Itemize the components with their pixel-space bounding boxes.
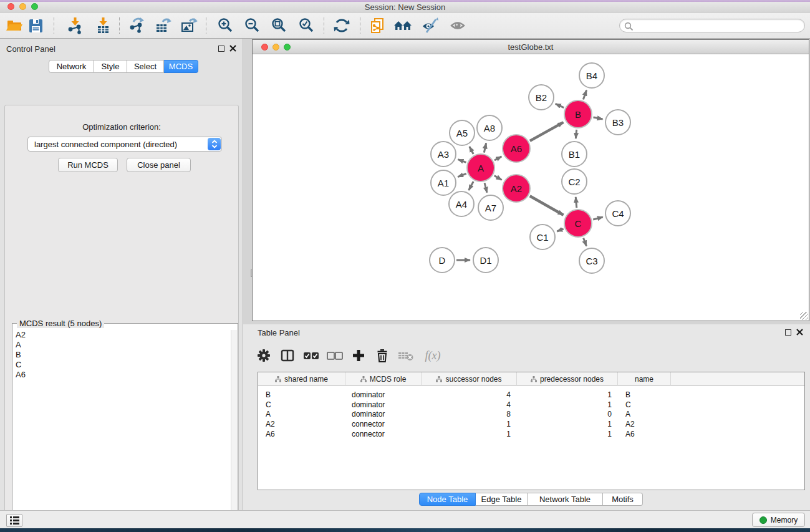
zoom-out-button[interactable]: [242, 16, 263, 35]
tab-select[interactable]: Select: [127, 60, 164, 73]
graph-node-A1[interactable]: A1: [430, 170, 456, 196]
export-network-button[interactable]: [125, 16, 147, 35]
graph-node-B[interactable]: B: [564, 100, 592, 128]
table-cell[interactable]: A: [618, 409, 671, 419]
table-cell[interactable]: A2: [618, 419, 671, 429]
zoom-selected-button[interactable]: [296, 16, 317, 35]
export-table-button[interactable]: [152, 16, 173, 35]
graph-node-A7[interactable]: A7: [478, 195, 504, 221]
table-cell[interactable]: B: [258, 390, 345, 400]
graph-node-A6[interactable]: A6: [502, 134, 531, 163]
column-header[interactable]: MCDS role: [345, 372, 422, 386]
refresh-button[interactable]: [331, 16, 352, 35]
close-panel-button[interactable]: Close panel: [127, 158, 191, 172]
tab-network[interactable]: Network: [49, 60, 94, 73]
network-window-titlebar[interactable]: testGlobe.txt: [253, 40, 809, 54]
graph-node-C1[interactable]: C1: [529, 224, 556, 250]
result-item[interactable]: A: [13, 340, 231, 350]
float-panel-icon[interactable]: [785, 329, 791, 336]
graph-node-C[interactable]: C: [564, 209, 592, 238]
graph-node-A4[interactable]: A4: [448, 191, 475, 217]
graph-node-A8[interactable]: A8: [476, 115, 503, 141]
table-cell[interactable]: C: [618, 400, 671, 410]
table-cell[interactable]: A2: [258, 419, 345, 429]
graph-node-B3[interactable]: B3: [605, 109, 631, 135]
table-row[interactable]: A6connector11A6: [258, 429, 804, 439]
graph-node-A3[interactable]: A3: [430, 141, 456, 167]
table-cell[interactable]: 1: [422, 429, 517, 439]
export-image-button[interactable]: [178, 16, 200, 35]
clone-network-button[interactable]: [367, 16, 388, 35]
search-input[interactable]: [636, 20, 798, 31]
graph-node-C4[interactable]: C4: [605, 200, 631, 226]
graph-node-B4[interactable]: B4: [579, 62, 605, 89]
column-header[interactable]: name: [618, 372, 671, 386]
graph-node-A2[interactable]: A2: [502, 174, 531, 203]
table-row[interactable]: A2connector11A2: [258, 419, 804, 429]
table-cell[interactable]: connector: [345, 429, 422, 439]
open-file-button[interactable]: [4, 16, 25, 35]
save-session-button[interactable]: [25, 16, 46, 35]
add-column-button[interactable]: [347, 346, 370, 365]
delete-column-button[interactable]: [370, 346, 394, 365]
table-cell[interactable]: 0: [517, 409, 618, 419]
graph-node-C2[interactable]: C2: [561, 168, 587, 195]
table-cell[interactable]: 1: [517, 429, 618, 439]
graph-node-D[interactable]: D: [429, 247, 455, 273]
table-cell[interactable]: dominator: [345, 390, 422, 400]
table-cell[interactable]: 1: [517, 419, 618, 429]
show-graphics-button[interactable]: [448, 16, 469, 35]
result-item[interactable]: C: [13, 360, 231, 370]
task-history-button[interactable]: [6, 514, 22, 527]
float-panel-icon[interactable]: [218, 46, 224, 52]
zoom-in-button[interactable]: [215, 16, 236, 35]
graph-node-C3[interactable]: C3: [579, 248, 605, 274]
tab-edge-table[interactable]: Edge Table: [476, 493, 528, 506]
table-settings-button[interactable]: [252, 346, 276, 365]
column-header[interactable]: shared name: [258, 372, 345, 386]
result-item[interactable]: A6: [13, 370, 231, 380]
result-item[interactable]: B: [13, 350, 231, 360]
hide-graphics-button[interactable]: [420, 16, 441, 35]
resize-grip[interactable]: [800, 312, 808, 320]
table-cell[interactable]: B: [618, 390, 671, 400]
table-cell[interactable]: A: [258, 409, 345, 419]
close-panel-icon[interactable]: [229, 45, 236, 52]
column-header[interactable]: successor nodes: [422, 372, 517, 386]
result-item[interactable]: A2: [13, 330, 231, 340]
zoom-fit-button[interactable]: [269, 16, 290, 35]
table-cell[interactable]: C: [258, 400, 345, 410]
table-row[interactable]: Bdominator41B: [258, 390, 804, 400]
tab-network-table[interactable]: Network Table: [528, 493, 603, 506]
table-cell[interactable]: 8: [422, 409, 517, 419]
table-row[interactable]: Cdominator41C: [258, 400, 804, 410]
tab-motifs[interactable]: Motifs: [603, 493, 643, 506]
table-cell[interactable]: 1: [517, 400, 618, 410]
table-cell[interactable]: dominator: [345, 409, 422, 419]
import-table-button[interactable]: [92, 16, 113, 35]
run-mcds-button[interactable]: Run MCDS: [58, 158, 118, 172]
table-cell[interactable]: 4: [422, 390, 517, 400]
table-cell[interactable]: connector: [345, 419, 422, 429]
table-cell[interactable]: 1: [422, 419, 517, 429]
show-columns-button[interactable]: [276, 346, 299, 365]
close-panel-icon[interactable]: [796, 329, 803, 336]
graph-node-A5[interactable]: A5: [449, 120, 475, 146]
graph-node-B2[interactable]: B2: [528, 84, 554, 110]
tab-style[interactable]: Style: [94, 60, 127, 73]
deselect-all-button[interactable]: [323, 346, 347, 365]
criterion-select[interactable]: largest connected component (directed): [27, 137, 222, 152]
network-canvas[interactable]: B4B2BB3A5A8A6A3AB1A1A2C2A4A7C4CC1C3DD1: [253, 54, 809, 321]
table-cell[interactable]: dominator: [345, 400, 422, 410]
import-network-button[interactable]: [64, 16, 85, 35]
select-all-button[interactable]: [299, 346, 323, 365]
column-header[interactable]: predecessor nodes: [517, 372, 618, 386]
tab-node-table[interactable]: Node Table: [419, 493, 476, 506]
table-cell[interactable]: 4: [422, 400, 517, 410]
memory-button[interactable]: Memory: [752, 513, 805, 527]
first-neighbors-button[interactable]: [393, 16, 414, 35]
graph-node-A[interactable]: A: [466, 153, 495, 182]
table-row[interactable]: Adominator80A: [258, 409, 804, 419]
graph-node-D1[interactable]: D1: [473, 247, 499, 273]
tab-mcds[interactable]: MCDS: [164, 60, 198, 73]
